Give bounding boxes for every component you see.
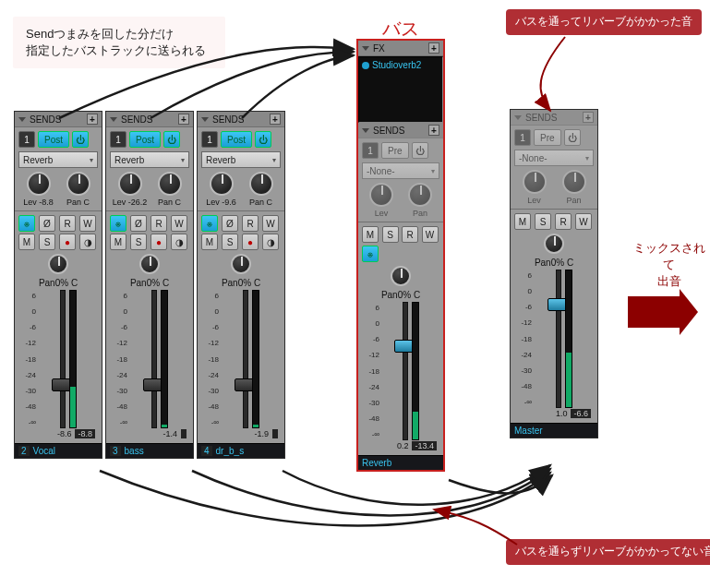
pan-knob[interactable] [42,254,74,274]
add-icon[interactable]: + [178,114,189,125]
power-button[interactable]: ⏻ [163,131,180,148]
section-header: SENDS + [358,123,443,138]
monitor-button[interactable]: ◑ [171,234,187,250]
mute-button[interactable]: M [362,226,379,243]
post-button[interactable]: Post [129,131,161,148]
add-icon[interactable]: + [428,42,439,54]
collapse-icon[interactable] [110,117,117,122]
write-button[interactable]: W [262,215,279,232]
send-level-knob[interactable]: Lev [519,170,550,205]
solo-button[interactable]: S [39,234,55,250]
input-monitor-icon[interactable]: ⎈ [110,215,126,232]
write-button[interactable]: W [422,226,439,243]
send-pan-knob[interactable]: Pan C [154,172,186,207]
collapse-icon[interactable] [514,115,522,120]
note-sends: Sendつまみを回した分だけ 指定したバストラックに送られる [13,17,225,68]
mute-button[interactable]: M [201,234,218,250]
send-pan-knob[interactable]: Pan C [246,172,277,207]
pan-knob[interactable] [225,254,257,274]
post-button[interactable]: Post [38,131,69,148]
pre-button[interactable]: Pre [381,142,409,159]
pan-knob[interactable] [385,266,416,286]
phase-button[interactable]: Ø [39,215,55,232]
monitor-button[interactable]: ◑ [79,234,96,250]
section-header: SENDS + [106,112,193,126]
header-label: SENDS [30,114,61,125]
callout-reverb-out: バスを通ってリバーブがかかった音 [506,9,702,35]
read-button[interactable]: R [150,215,167,232]
track-name[interactable]: bass [125,446,144,456]
power-button[interactable]: ⏻ [412,142,428,159]
add-icon[interactable]: + [87,114,98,125]
pan-knob[interactable] [134,254,165,274]
phase-button[interactable]: Ø [130,215,147,232]
power-button[interactable]: ⏻ [564,129,581,146]
pre-button[interactable]: Pre [534,129,561,146]
mute-button[interactable]: M [18,234,35,250]
send-level-knob[interactable]: Lev [366,183,397,218]
power-button[interactable]: ⏻ [72,131,89,148]
send-pan-knob[interactable]: Pan [559,170,590,205]
send-level-knob[interactable]: Lev -26.2 [114,172,146,207]
send-slot-number[interactable]: 1 [362,142,379,159]
record-button[interactable]: ● [242,234,259,250]
track-name[interactable]: Vocal [33,446,55,456]
send-slot-number[interactable]: 1 [514,129,531,146]
send-level-knob[interactable]: Lev -9.6 [206,172,237,207]
pan-knob[interactable] [538,234,570,254]
record-button[interactable]: ● [59,234,76,250]
mute-button[interactable]: M [110,234,126,250]
send-slot-number[interactable]: 1 [201,131,218,148]
header-label: FX [373,43,385,54]
fader-readout: -8.6 -8.8 [18,428,98,439]
send-slot-number[interactable]: 1 [18,131,35,148]
send-level-knob[interactable]: Lev -8.8 [23,172,54,207]
send-dest-select[interactable]: -None-▾ [514,150,594,166]
track-name[interactable]: Reverb [362,458,391,468]
write-button[interactable]: W [79,215,96,232]
collapse-icon[interactable] [201,117,209,122]
post-button[interactable]: Post [221,131,252,148]
header-label: SENDS [212,114,244,125]
send-dest-select[interactable]: Reverb▾ [201,151,281,168]
pan-readout: Pan0% C [201,278,281,288]
read-button[interactable]: R [555,213,572,230]
send-dest-select[interactable]: -None-▾ [362,162,439,179]
solo-button[interactable]: S [382,226,399,243]
read-button[interactable]: R [242,215,259,232]
record-button[interactable]: ● [150,234,167,250]
fx-list[interactable]: Studioverb2 [358,56,443,123]
power-button[interactable]: ⏻ [255,131,271,148]
fx-item[interactable]: Studioverb2 [362,60,439,70]
solo-button[interactable]: S [222,234,238,250]
phase-button[interactable]: Ø [222,215,238,232]
read-button[interactable]: R [402,226,418,243]
send-dest-select[interactable]: Reverb▾ [18,151,98,168]
input-monitor-icon[interactable]: ⎈ [201,215,218,232]
add-icon[interactable]: + [428,125,439,136]
solo-button[interactable]: S [130,234,147,250]
input-monitor-icon[interactable]: ⎈ [18,215,35,232]
collapse-icon[interactable] [362,46,369,51]
monitor-button[interactable]: ◑ [262,234,279,250]
add-icon[interactable]: + [583,112,594,123]
mute-button[interactable]: M [514,213,531,230]
send-pan-knob[interactable]: Pan C [63,172,94,207]
header-label: SENDS [373,126,404,136]
send-dest-select[interactable]: Reverb▾ [110,151,189,168]
input-monitor-icon[interactable]: ⎈ [362,246,379,262]
add-icon[interactable]: + [270,114,281,125]
fx-power-icon[interactable] [362,62,369,69]
send-slot-number[interactable]: 1 [110,131,126,148]
collapse-icon[interactable] [18,117,26,122]
solo-button[interactable]: S [535,213,551,230]
write-button[interactable]: W [171,215,187,232]
fader-scale: 60-6-12-18-24-30-48-∞ [362,302,382,440]
send-pan-knob[interactable]: Pan [404,183,436,218]
track-name[interactable]: dr_b_s [216,446,245,456]
write-button[interactable]: W [575,213,592,230]
read-button[interactable]: R [59,215,76,232]
track-name[interactable]: Master [514,426,543,436]
section-header: SENDS + [511,110,597,125]
collapse-icon[interactable] [362,128,369,133]
